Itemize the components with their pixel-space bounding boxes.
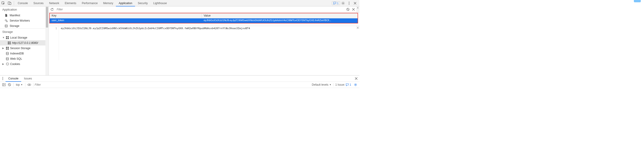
- sidebar-item-label: http://127.0.0.1:8080/: [12, 41, 38, 45]
- clear-console-icon[interactable]: [7, 83, 12, 86]
- svg-rect-10: [6, 36, 7, 37]
- console-drawer: Console Issues top ▼ Default levels ▼: [0, 75, 360, 88]
- value-detail-view: 1 eyJhbGciOiJIUzI1NiJ9.eyJpZCI6MSwidXNlc…: [49, 26, 360, 60]
- tab-memory[interactable]: Memory: [100, 0, 116, 6]
- grid-icon: [6, 36, 9, 39]
- messages-badge[interactable]: 1: [332, 1, 340, 5]
- svg-point-31: [2, 79, 3, 80]
- more-menu-icon[interactable]: [346, 0, 352, 6]
- drawer-close-icon[interactable]: [353, 77, 360, 80]
- line-number-gutter: 1: [49, 26, 59, 60]
- svg-point-37: [355, 84, 356, 85]
- sidebar-item-local-storage-origin[interactable]: http://127.0.0.1:8080/: [0, 40, 48, 45]
- gears-icon: [4, 19, 8, 22]
- sidebar-item-indexeddb[interactable]: IndexedDB: [0, 51, 48, 56]
- value-full-text[interactable]: eyJhbGciOiJIUzI1NiJ9.eyJpZCI6MSwidXNlck5…: [59, 26, 360, 60]
- tab-console[interactable]: Console: [15, 0, 31, 6]
- sidebar-item-local-storage[interactable]: ▼ Local Storage: [0, 35, 48, 40]
- database-icon: [6, 52, 9, 55]
- tab-sources[interactable]: Sources: [31, 0, 46, 6]
- tab-application[interactable]: Application: [116, 0, 135, 6]
- svg-rect-15: [10, 42, 10, 43]
- clear-storage-icon[interactable]: [345, 8, 351, 11]
- top-right-toolbar: 1: [332, 0, 360, 6]
- settings-gear-icon[interactable]: [340, 0, 346, 6]
- toggle-sidebar-icon[interactable]: [2, 83, 6, 86]
- storage-toolbar: ▲: [49, 6, 360, 13]
- sidebar-section-storage: Storage: [0, 29, 48, 35]
- issues-indicator[interactable]: 1 Issue: 1: [333, 83, 351, 86]
- sidebar-item-label: Local Storage: [10, 36, 27, 39]
- divider: [13, 83, 14, 86]
- tab-security[interactable]: Security: [135, 0, 150, 6]
- storage-row-selected[interactable]: user_token eyJhbGciOiJIUzI1NiJ9.eyJpZCI6…: [50, 18, 358, 23]
- storage-table-header: Key Value: [50, 13, 358, 18]
- column-header-key[interactable]: Key: [50, 13, 202, 18]
- svg-point-8: [6, 21, 8, 22]
- tab-lighthouse[interactable]: Lighthouse: [150, 0, 170, 6]
- svg-rect-16: [8, 43, 9, 44]
- svg-point-30: [2, 78, 3, 79]
- device-toolbar-icon[interactable]: [6, 0, 13, 6]
- svg-point-5: [349, 3, 350, 3]
- svg-point-23: [6, 57, 8, 58]
- devtools-tab-bar: Console Sources Network Elements Perform…: [0, 0, 360, 6]
- svg-point-27: [7, 64, 8, 65]
- divider: [25, 83, 25, 86]
- console-toolbar: top ▼ Default levels ▼ 1 Issue: 1: [0, 82, 360, 88]
- sidebar-item-label: Manifest: [10, 14, 20, 17]
- database-icon: [4, 24, 8, 28]
- tab-performance[interactable]: Performance: [79, 0, 100, 6]
- detail-scrollbar[interactable]: ▲: [356, 26, 360, 29]
- execution-context-selector[interactable]: top ▼: [15, 83, 24, 86]
- sidebar-scrollbar[interactable]: [46, 6, 48, 75]
- sidebar-item-web-sql[interactable]: Web SQL: [0, 56, 48, 61]
- drawer-tab-issues[interactable]: Issues: [21, 76, 35, 82]
- scrollbar-thumb[interactable]: [46, 7, 48, 28]
- console-filter-input[interactable]: [35, 83, 312, 86]
- svg-point-25: [7, 63, 7, 64]
- caret-right-icon: ▶: [2, 47, 4, 49]
- svg-rect-21: [8, 48, 9, 50]
- svg-rect-18: [6, 47, 7, 48]
- sidebar-item-manifest[interactable]: Manifest: [0, 13, 48, 18]
- grid-icon: [6, 47, 9, 50]
- delete-entry-icon[interactable]: [351, 8, 356, 11]
- inspect-element-icon[interactable]: [0, 0, 6, 6]
- tab-elements[interactable]: Elements: [62, 0, 79, 6]
- message-icon: [346, 83, 348, 86]
- svg-point-29: [2, 77, 3, 78]
- close-devtools-icon[interactable]: [352, 0, 358, 6]
- drawer-tab-bar: Console Issues: [0, 76, 360, 82]
- refresh-icon[interactable]: [49, 8, 55, 11]
- storage-cell-key: user_token: [50, 18, 202, 23]
- svg-rect-14: [8, 42, 9, 43]
- context-label: top: [16, 83, 20, 86]
- svg-point-36: [29, 84, 30, 85]
- highlighted-region: Key Value user_token eyJhbGciOiJIUzI1NiJ…: [49, 13, 358, 23]
- svg-point-24: [6, 63, 9, 65]
- storage-cell-value: eyJhbGciOiJIUzI1NiJ9.eyJpZCI6MSwidXNlck5…: [202, 18, 358, 23]
- svg-rect-17: [10, 43, 10, 44]
- sidebar-item-session-storage[interactable]: ▶ Session Storage: [0, 45, 48, 51]
- drawer-tab-console[interactable]: Console: [6, 76, 21, 82]
- sidebar-item-cookies[interactable]: ▶ Cookies: [0, 61, 48, 67]
- filter-input[interactable]: [55, 7, 345, 12]
- sidebar-item-label: Cookies: [10, 63, 20, 66]
- svg-point-26: [8, 63, 8, 64]
- log-levels-selector[interactable]: Default levels ▼: [312, 83, 331, 86]
- console-settings-icon[interactable]: [353, 83, 358, 86]
- caret-down-icon: ▼: [2, 36, 4, 39]
- issue-count: 1: [350, 83, 351, 86]
- column-header-value[interactable]: Value: [202, 13, 358, 18]
- message-icon: [334, 2, 336, 4]
- svg-point-7: [5, 19, 6, 21]
- sidebar-item-storage[interactable]: Storage: [0, 23, 48, 28]
- live-expression-icon[interactable]: [27, 83, 32, 86]
- content-scrollbar-top[interactable]: ▲: [356, 6, 360, 12]
- caret-right-icon: ▶: [2, 63, 4, 65]
- tab-network[interactable]: Network: [46, 0, 62, 6]
- drawer-menu-icon[interactable]: [0, 76, 6, 81]
- svg-point-6: [349, 4, 350, 4]
- sidebar-item-service-workers[interactable]: Service Workers: [0, 18, 48, 23]
